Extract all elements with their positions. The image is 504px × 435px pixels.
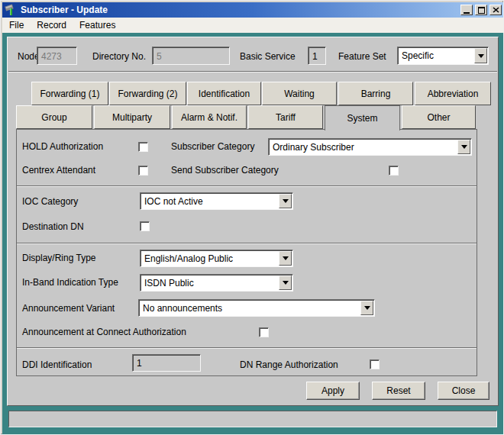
ioc-category-select[interactable]: IOC not Active	[140, 192, 293, 210]
announcement-variant-dropdown-button[interactable]	[360, 301, 373, 315]
display-ring-type-select[interactable]: English/Analog Public	[140, 250, 293, 267]
tab-identification[interactable]: Identification	[187, 82, 261, 105]
feature-set-label: Feature Set	[338, 51, 386, 62]
ddi-identification-label: DDI Identification	[22, 359, 92, 370]
section-separator	[17, 347, 477, 349]
subscriber-category-dropdown-button[interactable]	[457, 140, 470, 154]
tab-alarm-notif[interactable]: Alarm & Notif.	[172, 105, 247, 129]
ddi-identification-field[interactable]: 1	[132, 354, 201, 372]
tab-group[interactable]: Group	[16, 105, 92, 129]
tab-label: Alarm & Notif.	[181, 112, 237, 123]
display-ring-type-value: English/Analog Public	[144, 253, 233, 264]
tab-label: Abbreviation	[428, 89, 479, 99]
subscriber-category-select[interactable]: Ordinary Subscriber	[268, 138, 472, 156]
subscriber-category-value: Ordinary Subscriber	[273, 142, 354, 153]
in-band-indication-type-value: ISDN Public	[144, 278, 194, 288]
destination-dn-label: Destination DN	[22, 221, 84, 232]
tab-waiting[interactable]: Waiting	[262, 82, 337, 105]
display-ring-type-label: Display/Ring Type	[22, 253, 96, 263]
tab-other[interactable]: Other	[402, 105, 476, 129]
titlebar[interactable]: Subscriber - Update	[2, 2, 503, 18]
basic-service-field[interactable]: 1	[308, 47, 326, 65]
display-ring-type-dropdown-button[interactable]	[279, 251, 292, 266]
centrex-attendant-checkbox[interactable]	[138, 166, 148, 176]
tab-label: Identification	[199, 89, 250, 99]
status-bar	[8, 411, 497, 427]
section-separator	[17, 243, 477, 244]
hold-authorization-checkbox[interactable]	[138, 142, 148, 152]
arrow-down-icon	[461, 145, 467, 149]
arrow-down-icon	[283, 281, 289, 285]
menu-file[interactable]: File	[9, 20, 24, 31]
section-separator	[17, 185, 477, 187]
close-button[interactable]: Close	[438, 382, 489, 400]
feature-set-select[interactable]: Specific	[397, 47, 489, 65]
announcement-variant-select[interactable]: No announcements	[138, 299, 375, 317]
menu-record[interactable]: Record	[37, 20, 66, 31]
dn-range-authorization-label: DN Range Authorization	[240, 359, 338, 370]
in-band-indication-type-label: In-Band Indication Type	[22, 277, 118, 288]
apply-button[interactable]: Apply	[306, 382, 360, 400]
maximize-button[interactable]	[475, 5, 487, 15]
app-icon	[5, 4, 17, 16]
tab-label: System	[347, 113, 377, 124]
tab-label: Multiparty	[112, 112, 152, 123]
tab-multiparty[interactable]: Multiparty	[94, 105, 170, 129]
announcement-variant-label: Announcement Variant	[22, 303, 115, 314]
arrow-down-icon	[283, 199, 289, 203]
tab-label: Forwarding (2)	[118, 89, 177, 99]
minimize-button[interactable]	[460, 5, 473, 15]
maximize-icon	[478, 7, 485, 14]
in-band-indication-type-select[interactable]: ISDN Public	[140, 274, 293, 292]
directory-no-label: Directory No.	[92, 51, 146, 62]
hold-authorization-label: HOLD Authorization	[22, 141, 103, 152]
announcement-at-connect-label: Announcement at Connect Authorization	[22, 327, 186, 337]
centrex-attendant-label: Centrex Attendant	[22, 165, 95, 176]
tab-label: Barring	[361, 89, 391, 99]
tab-label: Forwarding (1)	[40, 89, 99, 99]
feature-set-value: Specific	[402, 50, 434, 61]
send-subscriber-category-label: Send Subscriber Category	[171, 165, 279, 176]
arrow-down-icon	[283, 256, 289, 260]
dn-range-authorization-checkbox[interactable]	[370, 359, 380, 369]
window-title: Subscriber - Update	[21, 5, 108, 15]
ioc-category-dropdown-button[interactable]	[279, 194, 292, 208]
menu-features[interactable]: Features	[79, 20, 115, 31]
menubar: File Record Features	[2, 18, 503, 33]
tab-label: Other	[427, 112, 450, 123]
feature-set-dropdown-button[interactable]	[474, 48, 487, 63]
send-subscriber-category-checkbox[interactable]	[389, 166, 399, 176]
in-band-indication-dropdown-button[interactable]	[279, 276, 292, 290]
subscriber-update-window: Subscriber - Update File Record Features…	[0, 0, 504, 435]
reset-button[interactable]: Reset	[372, 382, 425, 400]
tab-barring[interactable]: Barring	[338, 82, 413, 105]
arrow-down-icon	[364, 306, 370, 310]
close-window-button[interactable]	[489, 5, 502, 15]
arrow-down-icon	[478, 54, 484, 58]
tab-label: Waiting	[284, 89, 315, 99]
header-separator	[8, 71, 497, 72]
basic-service-label: Basic Service	[240, 51, 296, 62]
directory-no-field: 5	[152, 47, 230, 65]
tab-tariff[interactable]: Tariff	[248, 105, 323, 129]
destination-dn-checkbox[interactable]	[140, 221, 150, 231]
ioc-category-label: IOC Category	[22, 196, 78, 207]
announcement-variant-value: No announcements	[143, 303, 222, 314]
subscriber-category-label: Subscriber Category	[171, 141, 254, 152]
tab-forwarding-1[interactable]: Forwarding (1)	[31, 82, 108, 105]
tab-label: Tariff	[276, 112, 296, 123]
tab-forwarding-2[interactable]: Forwarding (2)	[109, 82, 186, 105]
tab-system-active[interactable]: System	[325, 105, 400, 130]
tab-label: Group	[41, 112, 66, 123]
close-icon	[493, 7, 499, 13]
minimize-icon	[464, 12, 470, 14]
announcement-at-connect-checkbox[interactable]	[259, 327, 269, 337]
ioc-category-value: IOC not Active	[144, 196, 203, 207]
node-field: 4273	[37, 47, 77, 65]
tab-abbreviation[interactable]: Abbreviation	[415, 82, 491, 105]
